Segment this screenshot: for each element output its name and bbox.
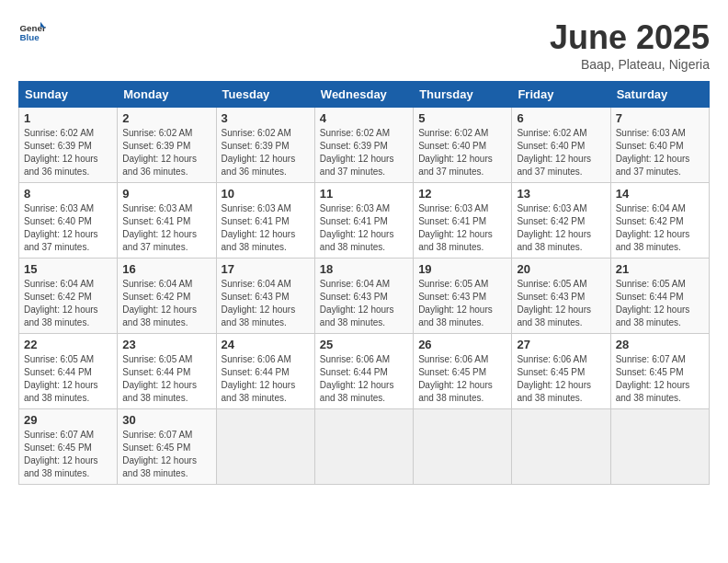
day-number: 20	[517, 262, 605, 276]
day-number: 8	[24, 187, 112, 201]
day-detail: Sunrise: 6:04 AMSunset: 6:42 PMDaylight:…	[24, 279, 98, 327]
calendar-table: Sunday Monday Tuesday Wednesday Thursday…	[18, 81, 710, 485]
day-number: 3	[222, 111, 310, 125]
table-row: 9 Sunrise: 6:03 AMSunset: 6:41 PMDayligh…	[118, 183, 216, 259]
header-saturday: Saturday	[610, 82, 709, 108]
day-number: 24	[222, 338, 310, 351]
day-detail: Sunrise: 6:05 AMSunset: 6:43 PMDaylight:…	[418, 279, 493, 327]
header-thursday: Thursday	[414, 82, 512, 108]
table-row: 27 Sunrise: 6:06 AMSunset: 6:45 PMDaylig…	[512, 334, 610, 409]
day-number: 13	[517, 187, 605, 201]
table-row: 23 Sunrise: 6:05 AMSunset: 6:44 PMDaylig…	[118, 334, 216, 409]
calendar-week-row: 1 Sunrise: 6:02 AMSunset: 6:39 PMDayligh…	[19, 108, 710, 183]
day-number: 16	[122, 262, 210, 276]
table-row: 16 Sunrise: 6:04 AMSunset: 6:42 PMDaylig…	[118, 259, 216, 334]
table-row: 7 Sunrise: 6:03 AMSunset: 6:40 PMDayligh…	[610, 108, 709, 183]
table-row: 4 Sunrise: 6:02 AMSunset: 6:39 PMDayligh…	[314, 108, 413, 183]
day-detail: Sunrise: 6:03 AMSunset: 6:41 PMDaylight:…	[320, 203, 394, 252]
day-number: 7	[616, 111, 704, 125]
table-row: 25 Sunrise: 6:06 AMSunset: 6:44 PMDaylig…	[314, 334, 413, 409]
day-number: 25	[320, 338, 408, 351]
table-row: 5 Sunrise: 6:02 AMSunset: 6:40 PMDayligh…	[414, 108, 512, 183]
table-row: 14 Sunrise: 6:04 AMSunset: 6:42 PMDaylig…	[610, 183, 709, 259]
table-row	[610, 409, 709, 485]
day-number: 23	[122, 338, 210, 351]
table-row: 20 Sunrise: 6:05 AMSunset: 6:43 PMDaylig…	[512, 259, 610, 334]
table-row: 26 Sunrise: 6:06 AMSunset: 6:45 PMDaylig…	[414, 334, 512, 409]
table-row: 24 Sunrise: 6:06 AMSunset: 6:44 PMDaylig…	[216, 334, 314, 409]
day-number: 26	[418, 338, 506, 351]
day-detail: Sunrise: 6:03 AMSunset: 6:41 PMDaylight:…	[418, 203, 493, 252]
day-detail: Sunrise: 6:02 AMSunset: 6:39 PMDaylight:…	[320, 128, 394, 177]
day-detail: Sunrise: 6:06 AMSunset: 6:44 PMDaylight:…	[320, 354, 394, 403]
day-detail: Sunrise: 6:05 AMSunset: 6:44 PMDaylight:…	[24, 354, 98, 403]
day-detail: Sunrise: 6:02 AMSunset: 6:40 PMDaylight:…	[418, 128, 493, 177]
table-row: 15 Sunrise: 6:04 AMSunset: 6:42 PMDaylig…	[19, 259, 118, 334]
day-number: 9	[122, 187, 210, 201]
calendar-week-row: 15 Sunrise: 6:04 AMSunset: 6:42 PMDaylig…	[19, 259, 710, 334]
calendar-header-row: Sunday Monday Tuesday Wednesday Thursday…	[19, 82, 710, 108]
table-row: 12 Sunrise: 6:03 AMSunset: 6:41 PMDaylig…	[414, 183, 512, 259]
day-detail: Sunrise: 6:04 AMSunset: 6:43 PMDaylight:…	[320, 279, 394, 327]
svg-text:Blue: Blue	[20, 32, 40, 42]
table-row: 22 Sunrise: 6:05 AMSunset: 6:44 PMDaylig…	[19, 334, 118, 409]
day-detail: Sunrise: 6:02 AMSunset: 6:40 PMDaylight:…	[517, 128, 591, 177]
day-detail: Sunrise: 6:05 AMSunset: 6:44 PMDaylight:…	[616, 279, 690, 327]
day-number: 12	[418, 187, 506, 201]
day-number: 28	[616, 338, 704, 351]
day-number: 11	[320, 187, 408, 201]
header-monday: Monday	[118, 82, 216, 108]
day-detail: Sunrise: 6:03 AMSunset: 6:40 PMDaylight:…	[24, 203, 98, 252]
title-area: June 2025 Baap, Plateau, Nigeria	[550, 18, 710, 72]
table-row: 1 Sunrise: 6:02 AMSunset: 6:39 PMDayligh…	[19, 108, 118, 183]
table-row: 29 Sunrise: 6:07 AMSunset: 6:45 PMDaylig…	[19, 409, 118, 485]
table-row: 30 Sunrise: 6:07 AMSunset: 6:45 PMDaylig…	[118, 409, 216, 485]
calendar-week-row: 29 Sunrise: 6:07 AMSunset: 6:45 PMDaylig…	[19, 409, 710, 485]
header: General Blue June 2025 Baap, Plateau, Ni…	[18, 18, 710, 72]
day-number: 5	[418, 111, 506, 125]
day-detail: Sunrise: 6:02 AMSunset: 6:39 PMDaylight:…	[24, 128, 98, 177]
header-sunday: Sunday	[19, 82, 118, 108]
calendar-week-row: 22 Sunrise: 6:05 AMSunset: 6:44 PMDaylig…	[19, 334, 710, 409]
day-number: 21	[616, 262, 704, 276]
day-number: 29	[24, 413, 112, 427]
header-friday: Friday	[512, 82, 610, 108]
day-detail: Sunrise: 6:04 AMSunset: 6:42 PMDaylight:…	[616, 203, 690, 252]
day-number: 18	[320, 262, 408, 276]
header-wednesday: Wednesday	[314, 82, 413, 108]
table-row	[216, 409, 314, 485]
day-detail: Sunrise: 6:07 AMSunset: 6:45 PMDaylight:…	[616, 354, 690, 403]
day-detail: Sunrise: 6:06 AMSunset: 6:45 PMDaylight:…	[418, 354, 493, 403]
table-row: 2 Sunrise: 6:02 AMSunset: 6:39 PMDayligh…	[118, 108, 216, 183]
day-number: 1	[24, 111, 112, 125]
day-number: 6	[517, 111, 605, 125]
table-row: 21 Sunrise: 6:05 AMSunset: 6:44 PMDaylig…	[610, 259, 709, 334]
calendar-week-row: 8 Sunrise: 6:03 AMSunset: 6:40 PMDayligh…	[19, 183, 710, 259]
table-row: 19 Sunrise: 6:05 AMSunset: 6:43 PMDaylig…	[414, 259, 512, 334]
day-number: 2	[122, 111, 210, 125]
day-detail: Sunrise: 6:03 AMSunset: 6:42 PMDaylight:…	[517, 203, 591, 252]
table-row: 18 Sunrise: 6:04 AMSunset: 6:43 PMDaylig…	[314, 259, 413, 334]
table-row: 17 Sunrise: 6:04 AMSunset: 6:43 PMDaylig…	[216, 259, 314, 334]
day-number: 15	[24, 262, 112, 276]
day-detail: Sunrise: 6:07 AMSunset: 6:45 PMDaylight:…	[24, 430, 98, 478]
table-row: 3 Sunrise: 6:02 AMSunset: 6:39 PMDayligh…	[216, 108, 314, 183]
day-number: 30	[122, 413, 210, 427]
day-detail: Sunrise: 6:02 AMSunset: 6:39 PMDaylight:…	[122, 128, 197, 177]
day-number: 22	[24, 338, 112, 351]
day-number: 10	[222, 187, 310, 201]
day-detail: Sunrise: 6:04 AMSunset: 6:42 PMDaylight:…	[122, 279, 197, 327]
day-detail: Sunrise: 6:03 AMSunset: 6:41 PMDaylight:…	[222, 203, 296, 252]
day-number: 17	[222, 262, 310, 276]
table-row: 11 Sunrise: 6:03 AMSunset: 6:41 PMDaylig…	[314, 183, 413, 259]
day-detail: Sunrise: 6:07 AMSunset: 6:45 PMDaylight:…	[122, 430, 197, 478]
day-number: 27	[517, 338, 605, 351]
day-detail: Sunrise: 6:05 AMSunset: 6:44 PMDaylight:…	[122, 354, 197, 403]
table-row	[414, 409, 512, 485]
day-detail: Sunrise: 6:06 AMSunset: 6:45 PMDaylight:…	[517, 354, 591, 403]
day-detail: Sunrise: 6:03 AMSunset: 6:40 PMDaylight:…	[616, 128, 690, 177]
day-number: 14	[616, 187, 704, 201]
table-row: 8 Sunrise: 6:03 AMSunset: 6:40 PMDayligh…	[19, 183, 118, 259]
day-detail: Sunrise: 6:03 AMSunset: 6:41 PMDaylight:…	[122, 203, 197, 252]
table-row: 28 Sunrise: 6:07 AMSunset: 6:45 PMDaylig…	[610, 334, 709, 409]
